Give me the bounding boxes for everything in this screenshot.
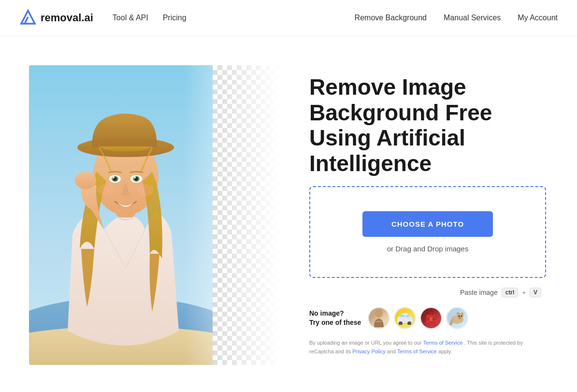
svg-rect-28 (430, 317, 433, 321)
nav-my-account[interactable]: My Account (518, 14, 558, 22)
svg-rect-25 (406, 315, 410, 317)
main-headline: Remove Image Background Free Using Artif… (309, 74, 541, 177)
footer-note: By uploading an image or URL you agree t… (309, 339, 546, 356)
logo-text: removal.ai (41, 12, 93, 24)
svg-point-33 (458, 317, 461, 319)
paste-label: Paste image (460, 289, 498, 296)
content-right: Remove Image Background Free Using Artif… (309, 74, 548, 356)
sample-thumb-person[interactable] (368, 307, 390, 329)
svg-point-20 (375, 309, 383, 318)
sample-person-icon (372, 309, 386, 327)
tos-link-1[interactable]: Terms of Service (423, 340, 462, 346)
header-left: removal.ai Tool & API Pricing (19, 9, 187, 27)
plus-sign: + (522, 289, 526, 296)
main-nav: Tool & API Pricing (113, 14, 187, 22)
sample-car-icon (396, 311, 414, 325)
sample-section: No image? Try one of these (309, 307, 546, 329)
upload-drop-area[interactable]: CHOOSE A PHOTO or Drag and Drop images (309, 186, 546, 278)
svg-point-34 (459, 316, 460, 317)
logo-icon (19, 9, 37, 27)
svg-point-35 (461, 316, 462, 317)
header-right: Remove Background Manual Services My Acc… (355, 14, 558, 22)
hero-image-container (29, 65, 280, 365)
header: removal.ai Tool & API Pricing Remove Bac… (0, 0, 577, 36)
svg-point-16 (134, 176, 136, 178)
svg-point-17 (98, 184, 115, 196)
svg-point-18 (136, 184, 154, 196)
nav-manual-services[interactable]: Manual Services (444, 14, 501, 22)
privacy-link[interactable]: Privacy Policy (352, 348, 385, 354)
sample-dog-icon (448, 311, 466, 325)
sample-label: No image? Try one of these (309, 309, 361, 328)
image-fade-overlay (184, 65, 280, 365)
nav-remove-background[interactable]: Remove Background (355, 14, 427, 22)
nav-tool-api[interactable]: Tool & API (113, 14, 148, 22)
sample-images-row (368, 307, 468, 329)
choose-photo-button[interactable]: CHOOSE A PHOTO (362, 211, 493, 237)
main-content: Remove Image Background Free Using Artif… (0, 36, 577, 384)
svg-rect-24 (400, 315, 405, 317)
v-key-badge: V (530, 288, 541, 297)
ctrl-key-badge: ctrl (502, 288, 519, 297)
tos-link-2[interactable]: Terms of Service (397, 348, 437, 354)
sample-thumb-dog[interactable] (446, 307, 468, 329)
drag-drop-label: or Drag and Drop images (387, 245, 468, 253)
paste-area: Paste image ctrl + V (309, 288, 546, 297)
svg-point-12 (113, 176, 115, 178)
sample-thumb-bag[interactable] (420, 307, 442, 329)
nav-pricing[interactable]: Pricing (163, 14, 187, 22)
sample-thumb-car[interactable] (394, 307, 416, 329)
svg-point-19 (75, 172, 96, 189)
sample-bag-icon (424, 310, 438, 326)
logo[interactable]: removal.ai (19, 9, 93, 27)
